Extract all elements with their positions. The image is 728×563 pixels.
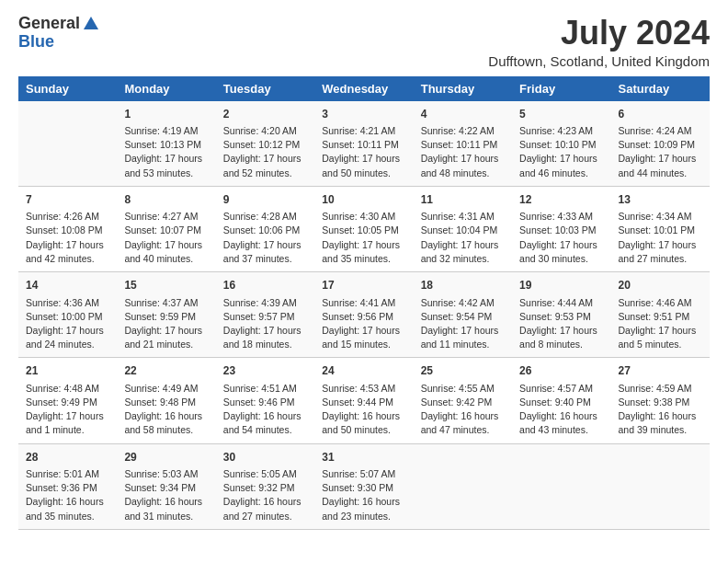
day-number: 23 xyxy=(223,363,307,379)
calendar-cell: 20Sunrise: 4:46 AM Sunset: 9:51 PM Dayli… xyxy=(611,272,710,358)
day-number: 15 xyxy=(124,278,208,293)
cell-daylight-info: Sunrise: 4:27 AM Sunset: 10:07 PM Daylig… xyxy=(124,210,208,266)
calendar-cell xyxy=(512,443,610,529)
cell-daylight-info: Sunrise: 5:01 AM Sunset: 9:36 PM Dayligh… xyxy=(26,467,109,523)
cell-daylight-info: Sunrise: 4:31 AM Sunset: 10:04 PM Daylig… xyxy=(421,210,505,266)
calendar-cell: 25Sunrise: 4:55 AM Sunset: 9:42 PM Dayli… xyxy=(414,358,512,443)
location-title: Dufftown, Scotland, United Kingdom xyxy=(488,53,710,69)
cell-daylight-info: Sunrise: 4:24 AM Sunset: 10:09 PM Daylig… xyxy=(619,124,702,180)
weekday-header-monday: Monday xyxy=(117,76,215,101)
day-number: 12 xyxy=(519,192,603,208)
calendar-week-row: 21Sunrise: 4:48 AM Sunset: 9:49 PM Dayli… xyxy=(18,358,710,443)
logo-text-general: General xyxy=(18,15,80,33)
day-number: 11 xyxy=(421,192,505,208)
day-number: 20 xyxy=(619,278,702,293)
calendar-cell: 22Sunrise: 4:49 AM Sunset: 9:48 PM Dayli… xyxy=(117,358,215,443)
cell-daylight-info: Sunrise: 4:51 AM Sunset: 9:46 PM Dayligh… xyxy=(223,382,307,438)
calendar-cell: 3Sunrise: 4:21 AM Sunset: 10:11 PM Dayli… xyxy=(314,101,413,187)
day-number: 29 xyxy=(124,450,208,465)
calendar-cell: 27Sunrise: 4:59 AM Sunset: 9:38 PM Dayli… xyxy=(611,358,710,443)
day-number: 6 xyxy=(619,107,702,122)
cell-daylight-info: Sunrise: 4:57 AM Sunset: 9:40 PM Dayligh… xyxy=(519,382,603,438)
logo-text-blue: Blue xyxy=(18,33,54,52)
cell-daylight-info: Sunrise: 4:53 AM Sunset: 9:44 PM Dayligh… xyxy=(322,382,405,438)
weekday-header-sunday: Sunday xyxy=(18,76,117,101)
calendar-week-row: 28Sunrise: 5:01 AM Sunset: 9:36 PM Dayli… xyxy=(18,443,710,529)
day-number: 3 xyxy=(322,107,405,122)
cell-daylight-info: Sunrise: 4:41 AM Sunset: 9:56 PM Dayligh… xyxy=(322,296,405,352)
day-number: 8 xyxy=(124,192,208,208)
day-number: 5 xyxy=(519,107,603,122)
calendar-cell: 17Sunrise: 4:41 AM Sunset: 9:56 PM Dayli… xyxy=(314,272,413,358)
logo: General Blue xyxy=(18,15,100,52)
day-number: 19 xyxy=(519,278,603,293)
calendar-cell: 19Sunrise: 4:44 AM Sunset: 9:53 PM Dayli… xyxy=(512,272,610,358)
cell-daylight-info: Sunrise: 5:03 AM Sunset: 9:34 PM Dayligh… xyxy=(124,467,208,523)
calendar-cell: 7Sunrise: 4:26 AM Sunset: 10:08 PM Dayli… xyxy=(18,186,117,271)
cell-daylight-info: Sunrise: 4:36 AM Sunset: 10:00 PM Daylig… xyxy=(26,296,109,352)
calendar-cell: 16Sunrise: 4:39 AM Sunset: 9:57 PM Dayli… xyxy=(216,272,314,358)
logo-icon xyxy=(82,15,100,33)
cell-daylight-info: Sunrise: 4:20 AM Sunset: 10:12 PM Daylig… xyxy=(223,124,307,180)
calendar-cell: 8Sunrise: 4:27 AM Sunset: 10:07 PM Dayli… xyxy=(117,186,215,271)
day-number: 7 xyxy=(26,192,109,208)
calendar-week-row: 1Sunrise: 4:19 AM Sunset: 10:13 PM Dayli… xyxy=(18,101,710,187)
weekday-header-row: SundayMondayTuesdayWednesdayThursdayFrid… xyxy=(18,76,710,101)
cell-daylight-info: Sunrise: 4:26 AM Sunset: 10:08 PM Daylig… xyxy=(26,210,109,266)
calendar-cell: 11Sunrise: 4:31 AM Sunset: 10:04 PM Dayl… xyxy=(414,186,512,271)
cell-daylight-info: Sunrise: 4:19 AM Sunset: 10:13 PM Daylig… xyxy=(124,124,208,180)
day-number: 31 xyxy=(322,450,405,465)
day-number: 25 xyxy=(421,363,505,379)
day-number: 27 xyxy=(619,363,702,379)
month-title: July 2024 xyxy=(488,15,710,52)
calendar-cell: 5Sunrise: 4:23 AM Sunset: 10:10 PM Dayli… xyxy=(512,101,610,187)
weekday-header-saturday: Saturday xyxy=(611,76,710,101)
calendar-cell: 10Sunrise: 4:30 AM Sunset: 10:05 PM Dayl… xyxy=(314,186,413,271)
cell-daylight-info: Sunrise: 4:30 AM Sunset: 10:05 PM Daylig… xyxy=(322,210,405,266)
cell-daylight-info: Sunrise: 4:28 AM Sunset: 10:06 PM Daylig… xyxy=(223,210,307,266)
cell-daylight-info: Sunrise: 4:55 AM Sunset: 9:42 PM Dayligh… xyxy=(421,382,505,438)
cell-daylight-info: Sunrise: 4:37 AM Sunset: 9:59 PM Dayligh… xyxy=(124,296,208,352)
calendar-cell: 18Sunrise: 4:42 AM Sunset: 9:54 PM Dayli… xyxy=(414,272,512,358)
cell-daylight-info: Sunrise: 5:05 AM Sunset: 9:32 PM Dayligh… xyxy=(223,467,307,523)
day-number: 16 xyxy=(223,278,307,293)
weekday-header-tuesday: Tuesday xyxy=(216,76,314,101)
calendar-cell: 28Sunrise: 5:01 AM Sunset: 9:36 PM Dayli… xyxy=(18,443,117,529)
calendar-cell: 4Sunrise: 4:22 AM Sunset: 10:11 PM Dayli… xyxy=(414,101,512,187)
calendar-cell: 9Sunrise: 4:28 AM Sunset: 10:06 PM Dayli… xyxy=(216,186,314,271)
cell-daylight-info: Sunrise: 4:22 AM Sunset: 10:11 PM Daylig… xyxy=(421,124,505,180)
cell-daylight-info: Sunrise: 4:44 AM Sunset: 9:53 PM Dayligh… xyxy=(519,296,603,352)
calendar-cell xyxy=(414,443,512,529)
calendar-cell xyxy=(18,101,117,187)
calendar-cell: 30Sunrise: 5:05 AM Sunset: 9:32 PM Dayli… xyxy=(216,443,314,529)
calendar-cell: 15Sunrise: 4:37 AM Sunset: 9:59 PM Dayli… xyxy=(117,272,215,358)
day-number: 28 xyxy=(26,450,109,465)
calendar-cell: 31Sunrise: 5:07 AM Sunset: 9:30 PM Dayli… xyxy=(314,443,413,529)
cell-daylight-info: Sunrise: 4:49 AM Sunset: 9:48 PM Dayligh… xyxy=(124,382,208,438)
calendar-week-row: 7Sunrise: 4:26 AM Sunset: 10:08 PM Dayli… xyxy=(18,186,710,271)
weekday-header-thursday: Thursday xyxy=(414,76,512,101)
day-number: 24 xyxy=(322,363,405,379)
calendar-cell: 24Sunrise: 4:53 AM Sunset: 9:44 PM Dayli… xyxy=(314,358,413,443)
cell-daylight-info: Sunrise: 4:42 AM Sunset: 9:54 PM Dayligh… xyxy=(421,296,505,352)
calendar-cell: 1Sunrise: 4:19 AM Sunset: 10:13 PM Dayli… xyxy=(117,101,215,187)
calendar-cell: 29Sunrise: 5:03 AM Sunset: 9:34 PM Dayli… xyxy=(117,443,215,529)
cell-daylight-info: Sunrise: 4:21 AM Sunset: 10:11 PM Daylig… xyxy=(322,124,405,180)
calendar-cell: 13Sunrise: 4:34 AM Sunset: 10:01 PM Dayl… xyxy=(611,186,710,271)
day-number: 21 xyxy=(26,363,109,379)
day-number: 22 xyxy=(124,363,208,379)
day-number: 30 xyxy=(223,450,307,465)
calendar-cell: 26Sunrise: 4:57 AM Sunset: 9:40 PM Dayli… xyxy=(512,358,610,443)
cell-daylight-info: Sunrise: 4:59 AM Sunset: 9:38 PM Dayligh… xyxy=(619,382,702,438)
weekday-header-wednesday: Wednesday xyxy=(314,76,413,101)
calendar-cell: 21Sunrise: 4:48 AM Sunset: 9:49 PM Dayli… xyxy=(18,358,117,443)
day-number: 1 xyxy=(124,107,208,122)
cell-daylight-info: Sunrise: 4:39 AM Sunset: 9:57 PM Dayligh… xyxy=(223,296,307,352)
day-number: 14 xyxy=(26,278,109,293)
cell-daylight-info: Sunrise: 4:48 AM Sunset: 9:49 PM Dayligh… xyxy=(26,382,109,438)
cell-daylight-info: Sunrise: 4:46 AM Sunset: 9:51 PM Dayligh… xyxy=(619,296,702,352)
day-number: 4 xyxy=(421,107,505,122)
day-number: 17 xyxy=(322,278,405,293)
calendar-cell: 6Sunrise: 4:24 AM Sunset: 10:09 PM Dayli… xyxy=(611,101,710,187)
day-number: 10 xyxy=(322,192,405,208)
